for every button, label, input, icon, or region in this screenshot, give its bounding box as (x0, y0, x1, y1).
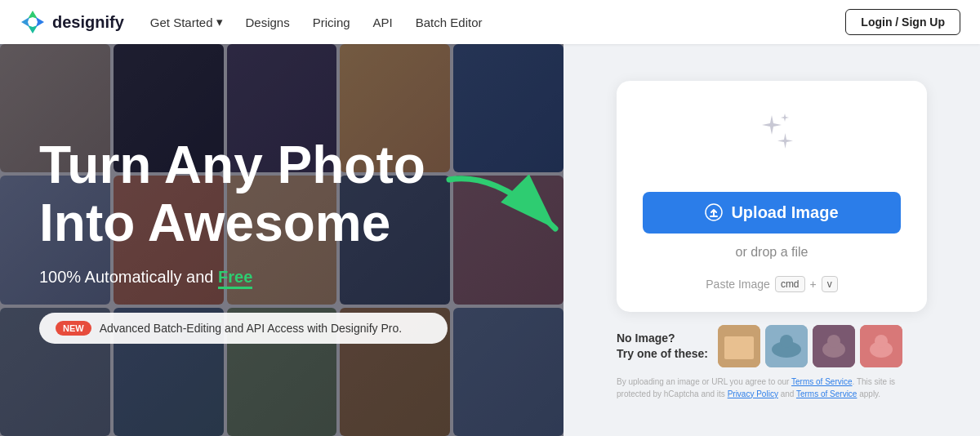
paste-row: Paste Image cmd + v (706, 276, 837, 292)
logo-text: designify (52, 13, 124, 32)
upload-image-button[interactable]: Upload Image (643, 192, 901, 234)
try-section: No Image?Try one of these: (617, 325, 927, 367)
new-badge: NEW (56, 321, 91, 336)
try-images (718, 325, 902, 367)
nav-link-get-started[interactable]: Get Started ▾ (150, 15, 223, 29)
svg-marker-3 (36, 17, 44, 27)
try-image-1[interactable] (718, 325, 760, 367)
hero-badge[interactable]: NEW Advanced Batch-Editing and API Acces… (39, 313, 448, 344)
try-label: No Image?Try one of these: (617, 331, 708, 360)
plus-separator: + (810, 278, 817, 291)
upload-icon (705, 203, 723, 221)
sparkle-icon (739, 107, 804, 172)
svg-rect-7 (724, 336, 754, 359)
nav-links: Get Started ▾ Designs Pricing API Batch … (150, 15, 846, 29)
hero-overlay: Turn Any Photo Into Awesome 100% Automat… (0, 44, 564, 436)
nav-link-api[interactable]: API (373, 16, 393, 29)
logo-icon (20, 9, 46, 35)
navbar: designify Get Started ▾ Designs Pricing … (0, 0, 980, 44)
terms-link[interactable]: Terms of Service (791, 377, 852, 386)
nav-link-batch-editor[interactable]: Batch Editor (416, 16, 483, 29)
try-image-2[interactable] (765, 325, 808, 367)
nav-link-designs[interactable]: Designs (246, 16, 290, 29)
svg-point-13 (827, 335, 840, 348)
badge-text: Advanced Batch-Editing and API Access wi… (100, 322, 402, 335)
try-image-4[interactable] (860, 325, 902, 367)
captcha-terms-link[interactable]: Terms of Service (796, 389, 857, 398)
svg-point-16 (875, 335, 888, 348)
nav-link-pricing[interactable]: Pricing (313, 16, 350, 29)
cmd-key: cmd (775, 276, 805, 292)
terms-text: By uploading an image or URL you agree t… (617, 376, 927, 400)
svg-point-10 (780, 335, 793, 348)
hero-subtitle: 100% Automatically and Free (39, 268, 524, 287)
hero-title: Turn Any Photo Into Awesome (39, 136, 524, 251)
free-highlight: Free (218, 268, 252, 289)
right-panel: Upload Image or drop a file Paste Image … (564, 44, 980, 436)
privacy-link[interactable]: Privacy Policy (728, 389, 778, 398)
login-signup-button[interactable]: Login / Sign Up (845, 9, 960, 35)
paste-label: Paste Image (706, 278, 770, 291)
v-key: v (822, 276, 838, 292)
drop-text: or drop a file (736, 245, 808, 260)
upload-card: Upload Image or drop a file Paste Image … (617, 81, 927, 312)
svg-marker-2 (21, 17, 29, 27)
logo[interactable]: designify (20, 9, 124, 35)
try-image-3[interactable] (813, 325, 855, 367)
chevron-down-icon: ▾ (216, 15, 223, 29)
